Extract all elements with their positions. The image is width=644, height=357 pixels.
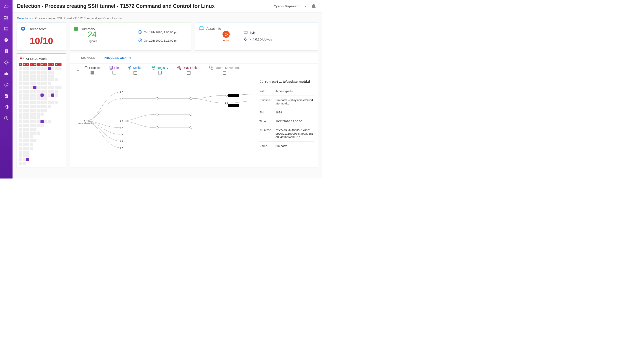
matrix-cell[interactable] [48, 74, 51, 78]
matrix-cell[interactable] [40, 124, 44, 127]
matrix-cell[interactable] [19, 101, 22, 104]
matrix-cell[interactable] [44, 78, 47, 82]
breadcrumb-root[interactable]: Detections [17, 16, 31, 20]
matrix-cell[interactable] [33, 116, 36, 120]
matrix-cell[interactable] [44, 90, 47, 93]
matrix-cell[interactable] [19, 132, 22, 135]
matrix-cell[interactable] [19, 71, 22, 74]
matrix-cell[interactable] [40, 112, 44, 116]
tab-signals[interactable]: SIGNALS [77, 53, 99, 63]
matrix-cell[interactable] [40, 94, 44, 97]
matrix-cell[interactable] [48, 78, 51, 82]
matrix-cell[interactable] [22, 158, 26, 161]
matrix-cell[interactable] [40, 90, 44, 93]
matrix-cell[interactable] [26, 143, 29, 146]
matrix-cell[interactable] [33, 86, 36, 89]
matrix-cell[interactable] [30, 71, 33, 74]
matrix-cell[interactable] [30, 78, 33, 82]
matrix-cell[interactable] [22, 82, 26, 85]
matrix-cell[interactable] [51, 86, 54, 89]
matrix-cell[interactable] [22, 162, 26, 165]
filter-registry[interactable]: iRegistry [152, 66, 168, 74]
matrix-cell[interactable] [40, 109, 44, 112]
matrix-cell[interactable] [19, 158, 22, 161]
matrix-cell[interactable] [33, 128, 36, 131]
cloud-solid-icon[interactable] [4, 71, 9, 76]
matrix-cell[interactable] [26, 139, 29, 142]
help-icon[interactable]: ? [4, 116, 9, 121]
matrix-cell[interactable] [55, 101, 58, 104]
matrix-cell[interactable] [19, 139, 22, 142]
matrix-cell[interactable] [51, 101, 54, 104]
matrix-cell[interactable] [22, 109, 26, 112]
matrix-cell[interactable] [40, 67, 44, 70]
matrix-cell[interactable] [51, 90, 54, 93]
matrix-cell[interactable] [51, 67, 54, 70]
matrix-cell[interactable] [19, 90, 22, 93]
matrix-cell[interactable] [37, 109, 40, 112]
matrix-cell[interactable] [26, 71, 29, 74]
matrix-cell[interactable] [19, 154, 22, 158]
matrix-cell[interactable] [48, 71, 51, 74]
matrix-cell[interactable] [33, 120, 36, 123]
matrix-cell[interactable] [33, 124, 36, 127]
matrix-cell[interactable] [30, 112, 33, 116]
alert-icon[interactable] [4, 38, 9, 42]
matrix-cell[interactable] [40, 101, 44, 104]
matrix-cell[interactable] [22, 120, 26, 123]
matrix-cell[interactable] [51, 71, 54, 74]
matrix-cell[interactable] [26, 132, 29, 135]
matrix-cell[interactable] [40, 120, 44, 123]
matrix-cell[interactable] [30, 90, 33, 93]
matrix-cell[interactable] [19, 112, 22, 116]
matrix-cell[interactable] [26, 78, 29, 82]
matrix-cell[interactable] [44, 109, 47, 112]
matrix-cell[interactable] [48, 105, 51, 108]
matrix-cell[interactable] [30, 94, 33, 97]
matrix-cell[interactable] [44, 120, 47, 123]
matrix-cell[interactable] [30, 139, 33, 142]
matrix-cell[interactable] [37, 124, 40, 127]
matrix-cell[interactable] [40, 105, 44, 108]
matrix-cell[interactable] [33, 97, 36, 100]
matrix-cell[interactable] [19, 67, 22, 70]
matrix-cell[interactable] [44, 101, 47, 104]
matrix-cell[interactable] [22, 71, 26, 74]
matrix-cell[interactable] [22, 112, 26, 116]
matrix-cell[interactable] [19, 116, 22, 120]
matrix-cell[interactable] [48, 120, 51, 123]
matrix-cell[interactable] [33, 90, 36, 93]
matrix-cell[interactable] [58, 67, 62, 70]
matrix-cell[interactable] [19, 78, 22, 82]
matrix-cell[interactable] [33, 109, 36, 112]
matrix-cell[interactable] [33, 101, 36, 104]
matrix-cell[interactable] [19, 94, 22, 97]
matrix-cell[interactable] [37, 120, 40, 123]
matrix-cell[interactable] [55, 90, 58, 93]
matrix-cell[interactable] [30, 97, 33, 100]
matrix-cell[interactable] [26, 67, 29, 70]
matrix-cell[interactable] [33, 112, 36, 116]
matrix-cell[interactable] [44, 86, 47, 89]
bell-icon[interactable] [312, 4, 316, 9]
filter-socket[interactable]: Socket [128, 66, 142, 75]
matrix-cell[interactable] [22, 97, 26, 100]
matrix-cell[interactable] [37, 132, 40, 135]
matrix-cell[interactable] [30, 124, 33, 127]
matrix-cell[interactable] [37, 94, 40, 97]
matrix-cell[interactable] [37, 82, 40, 85]
matrix-cell[interactable] [19, 74, 22, 78]
matrix-cell[interactable] [58, 86, 62, 89]
matrix-cell[interactable] [33, 105, 36, 108]
matrix-grid[interactable] [19, 67, 64, 165]
matrix-cell[interactable] [22, 147, 26, 150]
gear-icon[interactable] [4, 105, 9, 110]
matrix-cell[interactable] [40, 82, 44, 85]
matrix-cell[interactable] [30, 67, 33, 70]
matrix-cell[interactable] [22, 116, 26, 120]
matrix-cell[interactable] [19, 86, 22, 89]
matrix-cell[interactable] [19, 135, 22, 138]
matrix-cell[interactable] [30, 120, 33, 123]
matrix-cell[interactable] [51, 78, 54, 82]
matrix-cell[interactable] [37, 97, 40, 100]
